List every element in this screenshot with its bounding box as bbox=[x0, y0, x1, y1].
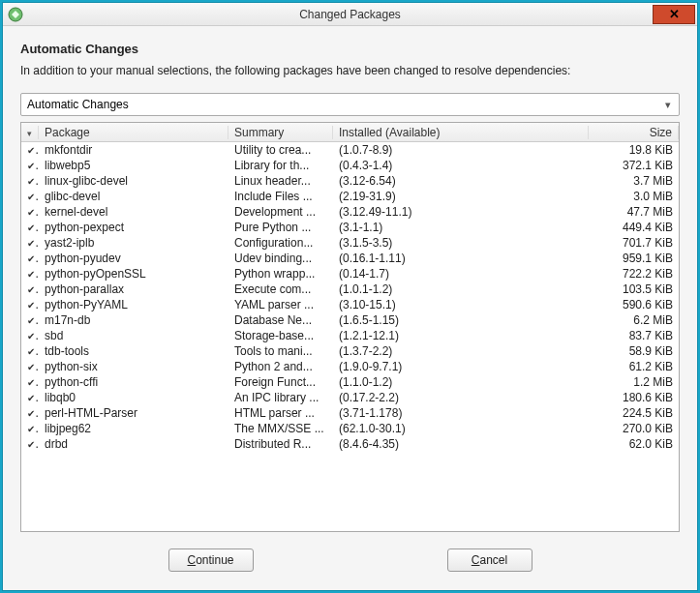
cell-package: python-PyYAML bbox=[39, 298, 228, 311]
table-row[interactable]: ✔linux-glibc-develLinux header...(3.12-6… bbox=[21, 173, 679, 189]
column-package[interactable]: Package bbox=[39, 126, 228, 139]
cell-summary: Library for th... bbox=[228, 159, 333, 172]
cell-package: python-pyOpenSSL bbox=[39, 267, 228, 281]
install-status-icon: ✔ bbox=[21, 282, 39, 296]
cell-package: tdb-tools bbox=[39, 344, 228, 358]
table-row[interactable]: ✔glibc-develInclude Files ...(2.19-31.9)… bbox=[21, 189, 679, 204]
column-summary[interactable]: Summary bbox=[228, 126, 333, 139]
close-icon: ✕ bbox=[669, 7, 680, 21]
table-row[interactable]: ✔yast2-iplbConfiguration...(3.1.5-3.5)70… bbox=[21, 235, 679, 251]
table-row[interactable]: ✔libwebp5Library for th...(0.4.3-1.4)372… bbox=[21, 158, 679, 173]
install-status-icon: ✔ bbox=[21, 252, 39, 265]
cell-package: python-parallax bbox=[39, 282, 228, 296]
column-installed[interactable]: Installed (Available) bbox=[333, 126, 589, 139]
install-status-icon: ✔ bbox=[21, 143, 39, 157]
cell-size: 62.0 KiB bbox=[589, 437, 679, 451]
table-row[interactable]: ✔perl-HTML-ParserHTML parser ...(3.71-1.… bbox=[21, 405, 679, 421]
dropdown-value: Automatic Changes bbox=[27, 98, 129, 111]
cell-size: 372.1 KiB bbox=[589, 159, 679, 172]
cell-installed: (1.1.0-1.2) bbox=[333, 375, 589, 389]
cell-size: 224.5 KiB bbox=[589, 406, 679, 420]
continue-button[interactable]: Continue bbox=[168, 549, 254, 572]
package-table: Package Summary Installed (Available) Si… bbox=[20, 122, 680, 532]
cell-installed: (1.9.0-9.7.1) bbox=[333, 360, 589, 373]
table-row[interactable]: ✔python-cffiForeign Funct...(1.1.0-1.2)1… bbox=[21, 374, 679, 390]
cell-package: python-pexpect bbox=[39, 221, 228, 234]
cell-summary: Distributed R... bbox=[228, 437, 333, 451]
table-row[interactable]: ✔mkfontdirUtility to crea...(1.0.7-8.9)1… bbox=[21, 142, 679, 158]
install-status-icon: ✔ bbox=[21, 298, 39, 311]
cell-size: 6.2 MiB bbox=[589, 313, 679, 327]
install-status-icon: ✔ bbox=[21, 391, 39, 404]
table-row[interactable]: ✔python-sixPython 2 and...(1.9.0-9.7.1)6… bbox=[21, 359, 679, 374]
cancel-button[interactable]: Cancel bbox=[447, 549, 533, 572]
cell-package: libqb0 bbox=[39, 391, 228, 404]
cell-installed: (2.19-31.9) bbox=[333, 190, 589, 203]
cell-installed: (62.1.0-30.1) bbox=[333, 422, 589, 435]
cell-size: 180.6 KiB bbox=[589, 391, 679, 404]
install-status-icon: ✔ bbox=[21, 406, 39, 420]
table-row[interactable]: ✔python-parallaxExecute com...(1.0.1-1.2… bbox=[21, 282, 679, 297]
table-body[interactable]: ✔mkfontdirUtility to crea...(1.0.7-8.9)1… bbox=[21, 142, 679, 531]
cell-size: 449.4 KiB bbox=[589, 221, 679, 234]
cell-size: 19.8 KiB bbox=[589, 143, 679, 157]
table-row[interactable]: ✔tdb-toolsTools to mani...(1.3.7-2.2)58.… bbox=[21, 343, 679, 359]
cell-summary: Storage-base... bbox=[228, 329, 333, 342]
cell-size: 270.0 KiB bbox=[589, 422, 679, 435]
cell-package: yast2-iplb bbox=[39, 236, 228, 250]
install-status-icon: ✔ bbox=[21, 174, 39, 188]
cell-installed: (3.12-6.54) bbox=[333, 174, 589, 188]
table-row[interactable]: ✔m17n-dbDatabase Ne...(1.6.5-1.15)6.2 Mi… bbox=[21, 312, 679, 328]
cell-size: 1.2 MiB bbox=[589, 375, 679, 389]
button-bar: Continue Cancel bbox=[20, 538, 680, 582]
cell-size: 3.0 MiB bbox=[589, 190, 679, 203]
table-row[interactable]: ✔python-pyudevUdev binding...(0.16.1-1.1… bbox=[21, 251, 679, 266]
install-status-icon: ✔ bbox=[21, 221, 39, 234]
cell-size: 103.5 KiB bbox=[589, 282, 679, 296]
cell-package: mkfontdir bbox=[39, 143, 228, 157]
cell-summary: Python wrapp... bbox=[228, 267, 333, 281]
cell-package: drbd bbox=[39, 437, 228, 451]
install-status-icon: ✔ bbox=[21, 159, 39, 172]
cell-installed: (1.6.5-1.15) bbox=[333, 313, 589, 327]
cell-installed: (1.3.7-2.2) bbox=[333, 344, 589, 358]
column-status[interactable] bbox=[21, 126, 39, 139]
table-row[interactable]: ✔drbdDistributed R...(8.4.6-4.35)62.0 Ki… bbox=[21, 436, 679, 452]
cell-summary: YAML parser ... bbox=[228, 298, 333, 311]
table-row[interactable]: ✔python-pyOpenSSLPython wrapp...(0.14-1.… bbox=[21, 266, 679, 282]
cell-installed: (1.2.1-12.1) bbox=[333, 329, 589, 342]
column-size[interactable]: Size bbox=[589, 126, 679, 139]
cell-summary: Configuration... bbox=[228, 236, 333, 250]
continue-accelerator: C bbox=[187, 553, 196, 567]
table-row[interactable]: ✔libqb0An IPC library ...(0.17.2-2.2)180… bbox=[21, 390, 679, 405]
cell-size: 83.7 KiB bbox=[589, 329, 679, 342]
cell-package: libwebp5 bbox=[39, 159, 228, 172]
table-row[interactable]: ✔sbdStorage-base...(1.2.1-12.1)83.7 KiB bbox=[21, 328, 679, 343]
table-row[interactable]: ✔libjpeg62The MMX/SSE ...(62.1.0-30.1)27… bbox=[21, 421, 679, 436]
table-row[interactable]: ✔kernel-develDevelopment ...(3.12.49-11.… bbox=[21, 204, 679, 220]
cell-package: libjpeg62 bbox=[39, 422, 228, 435]
close-button[interactable]: ✕ bbox=[653, 5, 695, 24]
install-status-icon: ✔ bbox=[21, 329, 39, 342]
cell-size: 722.2 KiB bbox=[589, 267, 679, 281]
titlebar: Changed Packages ✕ bbox=[3, 3, 697, 26]
install-status-icon: ✔ bbox=[21, 437, 39, 451]
cell-package: sbd bbox=[39, 329, 228, 342]
cancel-accelerator: C bbox=[472, 553, 480, 567]
cell-package: linux-glibc-devel bbox=[39, 174, 228, 188]
cell-package: glibc-devel bbox=[39, 190, 228, 203]
cell-summary: Pure Python ... bbox=[228, 221, 333, 234]
table-row[interactable]: ✔python-pexpectPure Python ...(3.1-1.1)4… bbox=[21, 220, 679, 235]
table-row[interactable]: ✔python-PyYAMLYAML parser ...(3.10-15.1)… bbox=[21, 297, 679, 312]
cell-installed: (3.10-15.1) bbox=[333, 298, 589, 311]
category-dropdown[interactable]: Automatic Changes bbox=[20, 93, 680, 116]
cell-size: 58.9 KiB bbox=[589, 344, 679, 358]
cancel-label-rest: ancel bbox=[479, 553, 507, 567]
cell-size: 3.7 MiB bbox=[589, 174, 679, 188]
cell-size: 701.7 KiB bbox=[589, 236, 679, 250]
cell-summary: Tools to mani... bbox=[228, 344, 333, 358]
cell-summary: Udev binding... bbox=[228, 252, 333, 265]
cell-summary: Utility to crea... bbox=[228, 143, 333, 157]
section-title: Automatic Changes bbox=[20, 42, 680, 56]
cell-installed: (8.4.6-4.35) bbox=[333, 437, 589, 451]
